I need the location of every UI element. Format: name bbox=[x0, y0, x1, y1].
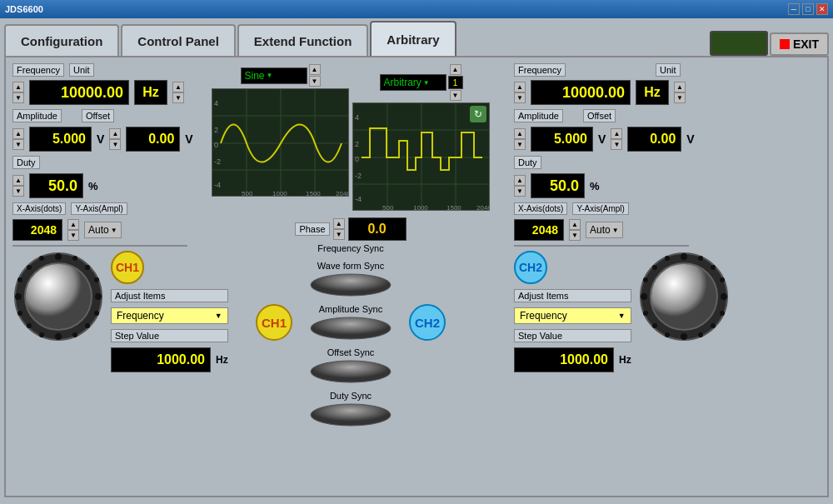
ch1-duty-down[interactable]: ▼ bbox=[12, 186, 24, 197]
refresh-button[interactable]: ↻ bbox=[470, 106, 486, 122]
offset-sync-btn[interactable] bbox=[309, 359, 392, 384]
ch1-separator bbox=[12, 245, 187, 247]
ch2-yaxis-arrow: ▼ bbox=[612, 227, 619, 234]
svg-text:4: 4 bbox=[214, 99, 218, 107]
svg-text:2048: 2048 bbox=[476, 204, 490, 211]
waveform-sync-group: Wave form Sync bbox=[309, 261, 392, 297]
ch2-yaxis-label: Y-Axis(Ampl) bbox=[572, 202, 628, 215]
ch2-duty-row-label: Duty bbox=[514, 156, 689, 169]
phase-label: Phase bbox=[295, 222, 329, 236]
ch1-offset-down[interactable]: ▼ bbox=[109, 139, 121, 150]
ch2-xaxis-up[interactable]: ▲ bbox=[569, 219, 581, 230]
duty-sync-btn[interactable] bbox=[309, 402, 392, 427]
ch1-duty-value: 50.0 bbox=[29, 173, 83, 198]
ch2-unit-up[interactable]: ▲ bbox=[674, 82, 686, 92]
ch1-freq-up[interactable]: ▲ bbox=[12, 82, 24, 92]
ch1-unit-spinner[interactable]: ▲ ▼ bbox=[172, 82, 184, 103]
tab-extend-function[interactable]: Extend Function bbox=[237, 24, 369, 56]
waveform-sync-label: Wave form Sync bbox=[317, 261, 384, 271]
ch2-offset-value: 0.00 bbox=[627, 127, 681, 152]
ch2-wave-controls[interactable]: ▲ 1 ▼ bbox=[448, 64, 463, 101]
ch1-wave-up[interactable]: ▲ bbox=[309, 64, 321, 75]
ch2-offset-unit: V bbox=[686, 132, 694, 146]
ch1-knob-svg[interactable] bbox=[12, 251, 104, 342]
ch2-duty-spinner[interactable]: ▲ ▼ bbox=[514, 175, 526, 197]
ch2-knob-wrap bbox=[638, 251, 730, 342]
tab-control-panel[interactable]: Control Panel bbox=[121, 24, 236, 56]
svg-point-57 bbox=[652, 265, 657, 270]
ch2-offset-spinner[interactable]: ▲ ▼ bbox=[611, 128, 622, 150]
amplitude-sync-label: Amplitude Sync bbox=[319, 304, 382, 314]
ch1-freq-down[interactable]: ▼ bbox=[12, 92, 24, 103]
ch1-waveform-preview: 4 2 0 -2 -4 500 1000 1500 2048 bbox=[212, 88, 349, 197]
ch2-unit-down[interactable]: ▼ bbox=[674, 92, 686, 103]
ch2-freq-dropdown[interactable]: Frequency ▼ bbox=[514, 307, 631, 324]
ch1-unit-up[interactable]: ▲ bbox=[172, 82, 184, 92]
ch2-wave-down[interactable]: ▼ bbox=[450, 90, 461, 101]
svg-text:500: 500 bbox=[242, 190, 253, 197]
ch1-yaxis-label: Y-Axis(Ampl) bbox=[71, 202, 127, 215]
tab-arbitrary[interactable]: Arbitrary bbox=[370, 21, 456, 56]
ch1-wave-down[interactable]: ▼ bbox=[309, 76, 321, 87]
panel-area: Frequency Unit ▲ ▼ 10000.00 Hz ▲ ▼ bbox=[4, 56, 829, 497]
ch2-offset-label: Offset bbox=[583, 109, 616, 122]
ch2-amp-down[interactable]: ▼ bbox=[514, 139, 526, 150]
svg-point-8 bbox=[85, 323, 90, 328]
svg-point-14 bbox=[94, 311, 99, 316]
ch2-offset-down[interactable]: ▼ bbox=[611, 139, 622, 150]
ch2-wave-dropdown[interactable]: Arbitrary ▼ bbox=[380, 74, 446, 91]
ch1-amp-spinner[interactable]: ▲ ▼ bbox=[12, 128, 24, 150]
window-controls[interactable]: ─ □ ✕ bbox=[788, 3, 828, 15]
ch1-panel: Frequency Unit ▲ ▼ 10000.00 Hz ▲ ▼ bbox=[12, 64, 187, 489]
ch2-wave-select-row: Arbitrary ▼ ▲ 1 ▼ bbox=[380, 64, 463, 101]
ch2-duty-down[interactable]: ▼ bbox=[514, 186, 526, 197]
ch2-frequency-label: Frequency bbox=[514, 63, 566, 77]
ch2-freq-down[interactable]: ▼ bbox=[514, 92, 526, 103]
ch2-duty-up[interactable]: ▲ bbox=[514, 175, 526, 186]
ch1-xaxis-up[interactable]: ▲ bbox=[67, 219, 79, 230]
ch1-freq-spinner[interactable]: ▲ ▼ bbox=[12, 82, 24, 103]
ch1-yaxis-dropdown[interactable]: Auto ▼ bbox=[84, 222, 122, 238]
ch1-amp-up[interactable]: ▲ bbox=[12, 128, 24, 139]
ch2-yaxis-dropdown[interactable]: Auto ▼ bbox=[586, 222, 623, 238]
ch1-wave-spinner[interactable]: ▲ ▼ bbox=[309, 64, 321, 87]
ch1-xaxis-spinner[interactable]: ▲ ▼ bbox=[67, 219, 79, 241]
ch1-amp-unit: V bbox=[97, 132, 104, 146]
ch1-xaxis-down[interactable]: ▼ bbox=[67, 230, 79, 241]
ch1-offset-up[interactable]: ▲ bbox=[109, 128, 121, 139]
close-button[interactable]: ✕ bbox=[816, 3, 828, 15]
ch2-freq-up[interactable]: ▲ bbox=[514, 82, 526, 92]
svg-text:-2: -2 bbox=[214, 157, 221, 166]
maximize-button[interactable]: □ bbox=[802, 3, 814, 15]
waveform-sync-btn[interactable] bbox=[309, 272, 392, 297]
ch2-controls: CH2 Adjust Items Frequency ▼ Step Value … bbox=[514, 251, 631, 372]
ch2-amp-spinner[interactable]: ▲ ▼ bbox=[514, 128, 526, 150]
ch2-unit-spinner[interactable]: ▲ ▼ bbox=[674, 82, 686, 103]
ch2-offset-up[interactable]: ▲ bbox=[611, 128, 622, 139]
minimize-button[interactable]: ─ bbox=[788, 3, 800, 15]
exit-button[interactable]: EXIT bbox=[770, 32, 829, 56]
ch2-xaxis-down[interactable]: ▼ bbox=[569, 230, 581, 241]
ch2-wave-up[interactable]: ▲ bbox=[450, 64, 461, 75]
ch1-duty-up[interactable]: ▲ bbox=[12, 175, 24, 186]
ch2-freq-drop-arrow: ▼ bbox=[618, 312, 626, 320]
phase-up[interactable]: ▲ bbox=[333, 218, 345, 229]
ch2-knob-svg[interactable] bbox=[638, 251, 730, 342]
ch2-xaxis-spinner[interactable]: ▲ ▼ bbox=[569, 219, 581, 241]
ch2-badge-center: CH2 bbox=[409, 304, 446, 341]
ch2-freq-spinner[interactable]: ▲ ▼ bbox=[514, 82, 526, 103]
ch1-wave-dropdown[interactable]: Sine ▼ bbox=[241, 67, 307, 84]
amp-sync-group: CH1 Amplitude Sync CH2 bbox=[256, 304, 446, 341]
ch1-amp-down[interactable]: ▼ bbox=[12, 139, 24, 150]
ch1-amp-offset-labels: Amplitude Offset bbox=[12, 109, 187, 122]
svg-point-59 bbox=[652, 323, 657, 328]
phase-spinner[interactable]: ▲ ▼ bbox=[333, 218, 345, 240]
amplitude-sync-btn[interactable] bbox=[309, 316, 392, 341]
ch2-amp-up[interactable]: ▲ bbox=[514, 128, 526, 139]
ch1-unit-down[interactable]: ▼ bbox=[172, 92, 184, 103]
phase-down[interactable]: ▼ bbox=[333, 229, 345, 240]
ch2-xaxis-value: 2048 bbox=[514, 219, 564, 241]
ch1-duty-spinner[interactable]: ▲ ▼ bbox=[12, 175, 24, 197]
ch1-offset-spinner[interactable]: ▲ ▼ bbox=[109, 128, 121, 150]
tab-configuration[interactable]: Configuration bbox=[4, 24, 119, 56]
